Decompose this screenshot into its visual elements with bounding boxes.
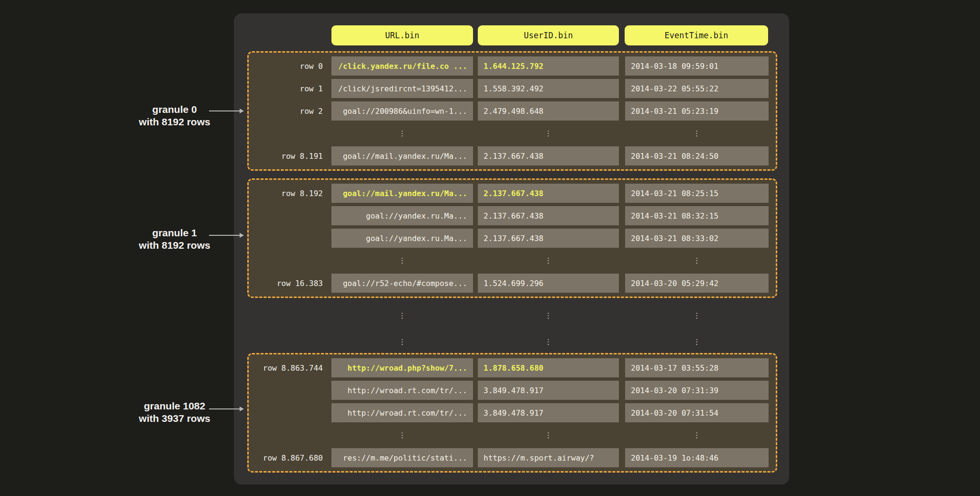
user-id-ellipsis: ⋮ — [478, 332, 619, 352]
table-row: row 16.383 goal://r52-echo/#compose... 1… — [249, 274, 776, 293]
table-row: row 1 /click/jsredircnt=1395412... 1.558… — [249, 79, 776, 98]
granule-0-label-line2: with 8192 rows — [108, 116, 242, 128]
event-time-ellipsis: ⋮ — [625, 251, 769, 270]
granule-1-label-line2: with 8192 rows — [108, 239, 242, 252]
granule-1082-box: row 8.863.744 http://wroad.php?show/7...… — [247, 353, 777, 473]
event-time-cell: 2014-03-20 07:31:54 — [625, 403, 769, 422]
event-time-cell: 2014-03-21 08:33:02 — [625, 229, 769, 248]
ellipsis-row: ⋮ ⋮ ⋮ — [249, 426, 776, 445]
event-time-cell: 2014-03-18 09:59:01 — [625, 56, 769, 76]
ellipsis-row: ⋮ ⋮ ⋮ — [249, 306, 769, 325]
url-cell: goal://yandex.ru.Ma... — [331, 206, 473, 225]
table-panel: URL.bin UserID.bin EventTime.bin row 0 /… — [234, 13, 789, 485]
row-label: row 16.383 — [249, 274, 331, 293]
granule-1082-label-line2: with 3937 rows — [108, 412, 242, 425]
row-label — [249, 306, 331, 325]
url-cell: /click.yandex.ru/file.co ... — [331, 56, 473, 76]
user-id-ellipsis: ⋮ — [478, 426, 619, 445]
ellipsis-row: ⋮ ⋮ ⋮ — [249, 251, 776, 270]
url-ellipsis: ⋮ — [331, 306, 473, 325]
user-id-cell: 3.849.478.917 — [478, 403, 619, 422]
user-id-ellipsis: ⋮ — [478, 124, 619, 143]
table-row: http://wroad.rt.com/tr/... 3.849.478.917… — [249, 403, 776, 422]
url-cell: res://m.me/politic/stati... — [331, 448, 473, 467]
granule-0-label-line1: granule 0 — [108, 103, 242, 116]
event-time-ellipsis: ⋮ — [625, 124, 769, 143]
user-id-ellipsis: ⋮ — [478, 306, 619, 325]
url-cell: http://wroad.php?show/7... — [331, 358, 473, 377]
column-header-eventtime-bin: EventTime.bin — [625, 25, 768, 45]
row-label — [249, 206, 331, 225]
row-label — [249, 332, 331, 352]
table-row: goal://yandex.ru.Ma... 2.137.667.438 201… — [249, 229, 776, 248]
table-row: row 0 /click.yandex.ru/file.co ... 1.644… — [249, 56, 776, 76]
user-id-cell: 1.524.699.296 — [478, 274, 619, 293]
table-row: http://wroad.rt.com/tr/... 3.849.478.917… — [249, 381, 776, 400]
url-ellipsis: ⋮ — [331, 426, 473, 445]
event-time-cell: 2014-03-21 08:32:15 — [625, 206, 769, 225]
granule-0-arrow-icon — [209, 110, 240, 111]
event-time-cell: 2014-03-21 08:25:15 — [625, 184, 769, 203]
row-label — [249, 381, 331, 400]
url-cell: goal://mail.yandex.ru/Ma... — [331, 146, 473, 165]
table-row: row 8.191 goal://mail.yandex.ru/Ma... 2.… — [249, 146, 776, 165]
granule-1-label-line1: granule 1 — [108, 227, 242, 239]
user-id-cell: 2.137.667.438 — [478, 146, 619, 165]
ellipsis-row: ⋮ ⋮ ⋮ — [249, 124, 776, 143]
event-time-cell: 2014-03-17 03:55:28 — [625, 358, 769, 377]
url-ellipsis: ⋮ — [331, 124, 473, 143]
row-label — [249, 426, 331, 445]
table-row: row 2 goal://200986&uinfo=wn-1... 2.479.… — [249, 101, 776, 121]
granule-1-label: granule 1 with 8192 rows — [108, 227, 242, 252]
column-header-userid-bin: UserID.bin — [478, 25, 619, 45]
table-row: row 8.192 goal://mail.yandex.ru/Ma... 2.… — [249, 184, 776, 203]
event-time-cell: 2014-03-21 05:23:19 — [625, 101, 769, 121]
table-row: goal://yandex.ru.Ma... 2.137.667.438 201… — [249, 206, 776, 225]
table-row: row 8.867.680 res://m.me/politic/stati..… — [249, 448, 776, 467]
row-label: row 8.192 — [249, 184, 331, 203]
table-row: row 8.863.744 http://wroad.php?show/7...… — [249, 358, 776, 377]
url-cell: goal://mail.yandex.ru/Ma... — [331, 184, 473, 203]
url-cell: goal://r52-echo/#compose... — [331, 274, 473, 293]
row-label: row 1 — [249, 79, 331, 98]
row-label: row 8.863.744 — [249, 358, 331, 377]
user-id-cell: 2.137.667.438 — [478, 206, 619, 225]
url-ellipsis: ⋮ — [331, 332, 473, 352]
granule-1-box: row 8.192 goal://mail.yandex.ru/Ma... 2.… — [247, 178, 777, 298]
user-id-cell: 2.137.667.438 — [478, 229, 619, 248]
granule-0-box: row 0 /click.yandex.ru/file.co ... 1.644… — [247, 51, 777, 171]
user-id-cell: 1.878.658.680 — [478, 358, 619, 377]
row-label — [249, 251, 331, 270]
user-id-cell: 1.558.392.492 — [478, 79, 619, 98]
user-id-cell: 1.644.125.792 — [478, 56, 619, 76]
event-time-cell: 2014-03-21 08:24:50 — [625, 146, 769, 165]
granule-1-arrow-icon — [209, 235, 240, 236]
user-id-cell: 2.479.498.648 — [478, 101, 619, 121]
skipped-granules-ellipsis: ⋮ ⋮ ⋮ ⋮ ⋮ ⋮ — [249, 306, 769, 352]
granule-0-label: granule 0 with 8192 rows — [108, 103, 242, 128]
url-ellipsis: ⋮ — [331, 251, 473, 270]
row-label: row 8.867.680 — [249, 448, 331, 467]
user-id-cell: https://m.sport.airway/? — [478, 448, 619, 467]
row-label: row 0 — [249, 56, 331, 76]
event-time-cell: 2014-03-20 07:31:39 — [625, 381, 769, 400]
event-time-ellipsis: ⋮ — [625, 306, 769, 325]
diagram-canvas: URL.bin UserID.bin EventTime.bin row 0 /… — [0, 0, 980, 496]
event-time-cell: 2014-03-20 05:29:42 — [625, 274, 769, 293]
event-time-cell: 2014-03-19 1o:48:46 — [625, 448, 769, 467]
url-cell: http://wroad.rt.com/tr/... — [331, 381, 473, 400]
url-cell: goal://yandex.ru.Ma... — [331, 229, 473, 248]
row-label — [249, 229, 331, 248]
event-time-ellipsis: ⋮ — [625, 332, 769, 352]
granule-1082-arrow-icon — [209, 408, 240, 409]
user-id-cell: 3.849.478.917 — [478, 381, 619, 400]
user-id-cell: 2.137.667.438 — [478, 184, 619, 203]
row-label: row 2 — [249, 101, 331, 121]
user-id-ellipsis: ⋮ — [478, 251, 619, 270]
row-label: row 8.191 — [249, 146, 331, 165]
event-time-cell: 2014-03-22 05:55:22 — [625, 79, 769, 98]
url-cell: goal://200986&uinfo=wn-1... — [331, 101, 473, 121]
url-cell: /click/jsredircnt=1395412... — [331, 79, 473, 98]
event-time-ellipsis: ⋮ — [625, 426, 769, 445]
granule-1082-label-line1: granule 1082 — [108, 400, 242, 412]
